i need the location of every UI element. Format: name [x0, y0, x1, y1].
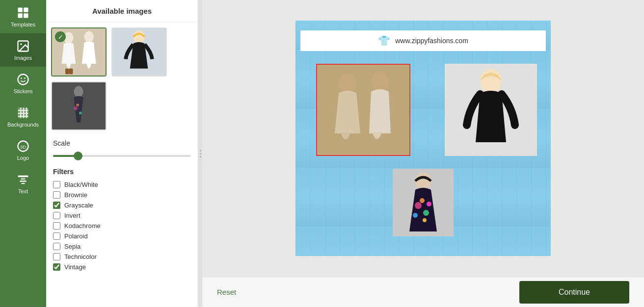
filter-grayscale-label: Grayscale: [64, 202, 93, 209]
scale-slider[interactable]: [53, 151, 191, 161]
canvas-image-3-svg: [393, 169, 454, 236]
svg-rect-3: [24, 13, 28, 18]
svg-text:3D: 3D: [20, 145, 26, 150]
svg-point-24: [84, 31, 94, 43]
svg-rect-20: [20, 180, 27, 181]
sidebar-item-templates[interactable]: Templates: [0, 0, 46, 33]
canvas-frame[interactable]: 👕 www.zippyfashions.com: [295, 21, 551, 256]
filter-vintage[interactable]: Vintage: [53, 262, 191, 272]
filter-brownie-label: Brownie: [64, 191, 87, 199]
panel-divider: [198, 0, 202, 307]
svg-point-45: [427, 202, 431, 206]
reset-button[interactable]: Reset: [217, 288, 236, 296]
sidebar: Templates Images Stickers Backgrounds: [0, 0, 46, 307]
main-area: 👕 www.zippyfashions.com: [202, 0, 644, 307]
filter-sepia-checkbox[interactable]: [53, 243, 60, 250]
canvas-image-2-svg: [445, 64, 537, 156]
svg-point-43: [423, 210, 429, 216]
sidebar-item-label: Images: [14, 55, 32, 61]
sidebar-item-label: Stickers: [13, 88, 32, 94]
filter-brownie[interactable]: Brownie: [53, 190, 191, 200]
svg-rect-18: [18, 176, 28, 178]
scale-section: Scale: [46, 135, 198, 163]
sidebar-item-label: Text: [18, 188, 28, 194]
image-preview-3: [52, 82, 106, 129]
filter-invert-checkbox[interactable]: [53, 212, 60, 219]
filter-bw-checkbox[interactable]: [53, 181, 60, 188]
continue-button[interactable]: Continue: [519, 281, 629, 304]
filter-technicolor-checkbox[interactable]: [53, 253, 60, 260]
svg-point-47: [423, 218, 427, 222]
filter-brownie-checkbox[interactable]: [53, 191, 60, 199]
filter-grayscale-checkbox[interactable]: [53, 202, 60, 209]
filter-kodachrome-label: Kodachrome: [64, 222, 101, 230]
bottom-bar: Reset Continue: [202, 277, 644, 307]
canvas-header: 👕 www.zippyfashions.com: [300, 30, 546, 51]
canvas-url: www.zippyfashions.com: [395, 37, 468, 45]
text-icon: [16, 173, 30, 186]
svg-point-32: [79, 112, 82, 115]
slider-track: [53, 155, 191, 157]
sidebar-item-backgrounds[interactable]: Backgrounds: [0, 100, 46, 133]
selected-checkmark: ✓: [55, 31, 66, 42]
svg-point-33: [76, 103, 79, 106]
svg-point-5: [20, 43, 22, 45]
svg-point-30: [74, 86, 83, 97]
images-grid: ✓: [46, 23, 198, 135]
svg-rect-19: [21, 179, 25, 179]
svg-rect-26: [69, 69, 73, 75]
svg-rect-0: [18, 8, 23, 12]
grid-icon: [16, 6, 30, 20]
sidebar-item-label: Logo: [17, 155, 29, 161]
filter-vintage-label: Vintage: [64, 263, 86, 271]
filter-bw[interactable]: Black/White: [53, 179, 191, 190]
divider-dots: [200, 150, 201, 157]
filter-sepia[interactable]: Sepia: [53, 241, 191, 252]
svg-point-44: [420, 198, 425, 203]
sidebar-item-stickers[interactable]: Stickers: [0, 67, 46, 100]
filter-invert-label: Invert: [64, 212, 80, 219]
canvas-image-1-svg: [317, 65, 410, 156]
sidebar-item-text[interactable]: Text: [0, 167, 46, 200]
svg-point-8: [24, 77, 26, 79]
left-panel: Available images: [46, 0, 198, 307]
shirt-icon: 👕: [378, 35, 390, 47]
filters-title: Filters: [53, 168, 191, 176]
scale-label: Scale: [53, 139, 191, 147]
canvas-area[interactable]: 👕 www.zippyfashions.com: [202, 0, 644, 277]
filter-polaroid-checkbox[interactable]: [53, 232, 60, 240]
svg-rect-25: [65, 69, 69, 75]
sidebar-item-images[interactable]: Images: [0, 33, 46, 67]
svg-rect-2: [18, 13, 23, 18]
sticker-icon: [16, 73, 30, 86]
filter-polaroid[interactable]: Polaroid: [53, 231, 191, 241]
filter-kodachrome[interactable]: Kodachrome: [53, 221, 191, 231]
svg-rect-21: [22, 183, 25, 184]
filter-vintage-checkbox[interactable]: [53, 263, 60, 271]
sidebar-item-logo[interactable]: 3D Logo: [0, 133, 46, 167]
canvas-selected-image[interactable]: [316, 64, 410, 156]
filters-section: Filters Black/White Brownie Grayscale In…: [46, 163, 198, 277]
filter-sepia-label: Sepia: [64, 243, 80, 250]
image-icon: [16, 39, 30, 53]
filter-technicolor[interactable]: Technicolor: [53, 252, 191, 262]
canvas-image-topright[interactable]: [445, 64, 537, 156]
filter-grayscale[interactable]: Grayscale: [53, 200, 191, 210]
panel-header: Available images: [46, 0, 198, 23]
backgrounds-icon: [16, 106, 30, 120]
svg-point-28: [133, 30, 144, 44]
sidebar-item-label: Templates: [11, 22, 35, 27]
filter-invert[interactable]: Invert: [53, 210, 191, 221]
filter-bw-label: Black/White: [64, 181, 98, 188]
slider-thumb[interactable]: [74, 152, 82, 160]
svg-point-7: [21, 77, 22, 79]
image-thumb-2[interactable]: [111, 27, 167, 77]
image-thumb-1[interactable]: ✓: [51, 27, 107, 77]
canvas-image-bottom[interactable]: [393, 169, 454, 236]
filter-kodachrome-checkbox[interactable]: [53, 222, 60, 230]
divider-dot: [200, 156, 201, 157]
filter-technicolor-label: Technicolor: [64, 253, 97, 260]
svg-rect-1: [24, 8, 28, 12]
divider-dot: [200, 153, 201, 154]
image-thumb-3[interactable]: [51, 81, 107, 130]
